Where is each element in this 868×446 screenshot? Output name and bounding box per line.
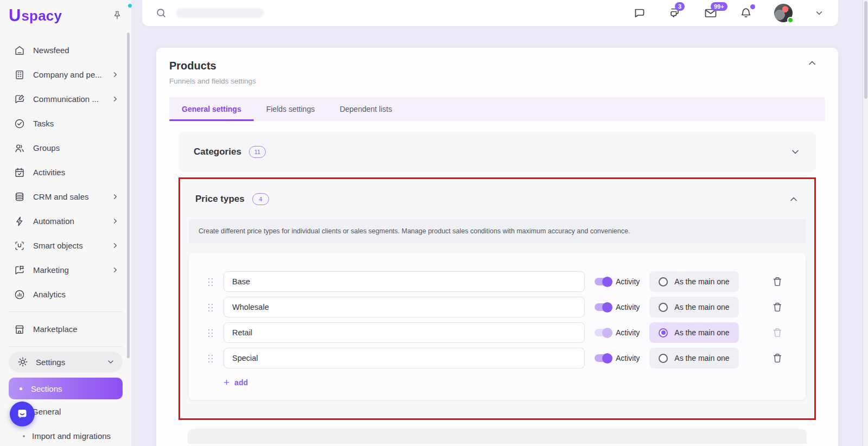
as-main-one-radio[interactable]: As the main one bbox=[649, 322, 738, 343]
pin-sidebar-icon[interactable] bbox=[112, 10, 123, 21]
chevron-right-icon bbox=[111, 71, 119, 79]
uspacy-logo[interactable]: U spacy bbox=[9, 7, 62, 25]
as-main-one-label: As the main one bbox=[674, 277, 729, 286]
automation-icon bbox=[13, 215, 26, 228]
price-type-row: ActivityAs the main one bbox=[204, 271, 790, 292]
radio-icon[interactable] bbox=[659, 328, 668, 337]
radio-icon[interactable] bbox=[659, 354, 668, 363]
support-chat-launcher[interactable] bbox=[10, 402, 35, 426]
chevron-right-icon bbox=[111, 193, 119, 201]
delete-price-type-button[interactable] bbox=[772, 327, 783, 338]
tab-fields-settings[interactable]: Fields settings bbox=[254, 97, 327, 121]
drag-handle-icon[interactable] bbox=[207, 328, 214, 337]
price-type-name-input[interactable] bbox=[224, 348, 585, 368]
price-type-name-input[interactable] bbox=[224, 271, 585, 292]
marketplace-icon bbox=[13, 323, 26, 336]
sidebar-item-marketplace[interactable]: Marketplace bbox=[0, 317, 131, 341]
search-placeholder-redacted bbox=[176, 8, 264, 18]
activity-toggle[interactable] bbox=[595, 354, 611, 362]
sidebar-item-newsfeed[interactable]: Newsfeed bbox=[0, 38, 131, 62]
sidebar-item-label: Activities bbox=[33, 168, 65, 177]
as-main-one-label: As the main one bbox=[674, 354, 729, 362]
topbar: 3 99+ bbox=[142, 0, 838, 26]
price-type-name-input[interactable] bbox=[224, 322, 585, 343]
sidebar-item-label: Automation bbox=[33, 216, 74, 226]
toggle-knob bbox=[602, 353, 612, 364]
add-price-type-button[interactable]: + add bbox=[224, 378, 248, 387]
delete-price-type-button[interactable] bbox=[772, 353, 783, 364]
sidebar-item-label: Communication ... bbox=[33, 94, 99, 104]
chevron-down-icon[interactable] bbox=[790, 146, 801, 157]
collapse-card-chevron-up-icon[interactable] bbox=[807, 58, 818, 68]
online-status-dot bbox=[787, 17, 794, 23]
crm-icon bbox=[13, 190, 26, 203]
as-main-one-radio[interactable]: As the main one bbox=[649, 297, 738, 317]
chat-smile-icon bbox=[16, 407, 29, 420]
chevron-right-icon bbox=[111, 266, 119, 274]
company-icon bbox=[13, 68, 26, 81]
group-chat-button[interactable]: 3 bbox=[668, 7, 682, 20]
sidebar-item-communication[interactable]: Communication ... bbox=[0, 87, 131, 111]
activity-toggle[interactable] bbox=[595, 329, 611, 336]
chat-bubble-icon bbox=[633, 7, 646, 20]
plus-icon: + bbox=[224, 378, 229, 387]
radio-icon[interactable] bbox=[659, 277, 668, 286]
sidebar-item-label: CRM and sales bbox=[33, 192, 89, 201]
sidebar-item-crm-and-sales[interactable]: CRM and sales bbox=[0, 184, 131, 209]
price-type-row: ActivityAs the main one bbox=[204, 297, 790, 317]
categories-accordion[interactable]: Categories 11 bbox=[178, 132, 816, 172]
comments-button[interactable] bbox=[633, 7, 646, 20]
logo-wordmark: spacy bbox=[21, 8, 62, 24]
sidebar-item-company-and-pe[interactable]: Company and pe... bbox=[0, 62, 131, 87]
mail-button[interactable]: 99+ bbox=[704, 7, 718, 20]
gear-icon bbox=[16, 355, 29, 368]
sidebar-item-import-and-migrations[interactable]: Import and migrations bbox=[0, 424, 131, 446]
tab-dependent-lists[interactable]: Dependent lists bbox=[327, 97, 405, 121]
page-subtitle: Funnels and fields settings bbox=[169, 77, 825, 85]
sidebar-item-settings[interactable]: Settings bbox=[9, 352, 123, 372]
activity-toggle[interactable] bbox=[595, 278, 611, 285]
sidebar-item-tasks[interactable]: Tasks bbox=[0, 111, 131, 136]
price-types-panel: ActivityAs the main oneActivityAs the ma… bbox=[189, 253, 806, 400]
scrollbar-thumb[interactable] bbox=[864, 1, 867, 99]
delete-price-type-button[interactable] bbox=[772, 276, 783, 287]
activity-toggle[interactable] bbox=[595, 303, 611, 311]
sidebar-item-analytics[interactable]: Analytics bbox=[0, 282, 131, 307]
drag-handle-icon[interactable] bbox=[207, 277, 214, 286]
radio-icon[interactable] bbox=[659, 303, 668, 312]
as-main-one-label: As the main one bbox=[674, 303, 729, 311]
drag-handle-icon[interactable] bbox=[207, 303, 214, 311]
groups-icon bbox=[13, 142, 26, 155]
sidebar-item-marketing[interactable]: Marketing bbox=[0, 258, 131, 282]
tab-general-settings[interactable]: General settings bbox=[169, 97, 254, 121]
sidebar-item-groups[interactable]: Groups bbox=[0, 136, 131, 160]
divider bbox=[9, 346, 123, 347]
price-types-count-badge: 4 bbox=[252, 193, 269, 205]
search-icon bbox=[155, 7, 167, 19]
sidebar-item-sections-active[interactable]: Sections bbox=[9, 378, 123, 399]
sidebar-item-label: Newsfeed bbox=[33, 46, 69, 55]
notification-dot bbox=[750, 4, 755, 9]
sidebar-item-activities[interactable]: Activities bbox=[0, 160, 131, 184]
sidebar-scrollbar[interactable] bbox=[127, 33, 130, 358]
activity-label: Activity bbox=[616, 328, 640, 337]
drag-handle-icon[interactable] bbox=[207, 354, 214, 362]
profile-menu-chevron[interactable] bbox=[814, 8, 824, 18]
sidebar-item-automation[interactable]: Automation bbox=[0, 209, 131, 233]
window-scrollbar[interactable] bbox=[863, 0, 868, 446]
as-main-one-radio[interactable]: As the main one bbox=[649, 348, 738, 368]
chevron-up-icon[interactable] bbox=[788, 194, 799, 205]
chevron-right-icon bbox=[111, 217, 119, 225]
chevron-right-icon bbox=[111, 95, 119, 103]
notifications-button[interactable] bbox=[739, 7, 752, 20]
price-type-name-input[interactable] bbox=[224, 297, 585, 317]
delete-price-type-button[interactable] bbox=[772, 302, 783, 313]
as-main-one-radio[interactable]: As the main one bbox=[649, 271, 738, 292]
user-avatar[interactable] bbox=[774, 4, 793, 22]
logo-u-mark: U bbox=[9, 7, 21, 25]
sidebar-item-smart-objects[interactable]: Smart objects bbox=[0, 233, 131, 258]
price-type-row: ActivityAs the main one bbox=[204, 322, 790, 343]
global-search[interactable] bbox=[155, 7, 264, 19]
price-types-accordion: Price types 4 Create different price typ… bbox=[180, 179, 814, 418]
sidebar: U spacy NewsfeedCompany and pe...Communi… bbox=[0, 0, 131, 446]
